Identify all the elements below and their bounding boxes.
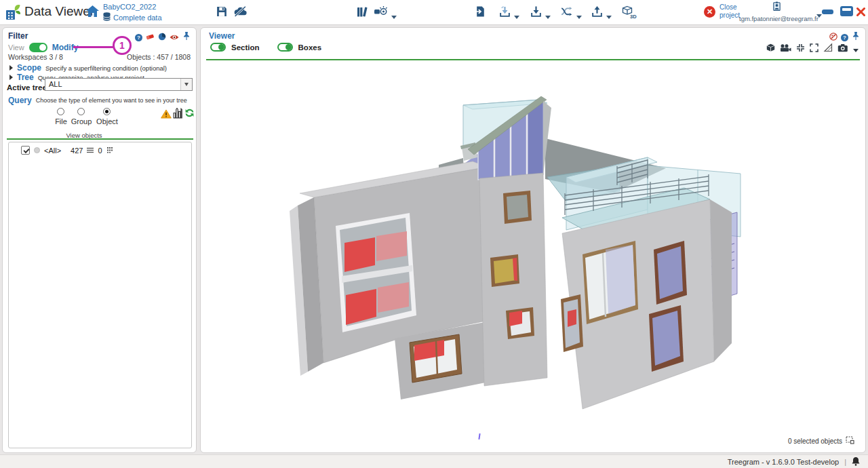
export-tray-icon[interactable] <box>591 5 603 20</box>
status-dot <box>34 147 40 153</box>
chevron-down-icon <box>180 79 192 90</box>
bell-icon[interactable] <box>852 456 860 467</box>
pin-icon[interactable] <box>182 31 191 43</box>
warning-icon <box>161 109 172 121</box>
video-camera-icon[interactable] <box>780 43 791 55</box>
scope-section-label[interactable]: Scope <box>17 63 41 73</box>
project-name[interactable]: BabyCO2_2022 <box>103 3 156 11</box>
building-model[interactable] <box>286 92 751 421</box>
chevron-down-icon[interactable] <box>606 9 612 22</box>
tree-checkbox[interactable] <box>21 146 30 155</box>
chevron-down-icon[interactable] <box>576 9 582 22</box>
close-project-button[interactable]: ✕ Close project <box>704 3 740 20</box>
viewer-panel: Viewer ? Section Boxes <box>200 27 866 453</box>
query-section-label[interactable]: Query <box>8 96 32 105</box>
measure-icon[interactable] <box>823 43 833 55</box>
chevron-down-icon[interactable] <box>545 9 551 22</box>
maximize-button[interactable] <box>840 6 853 16</box>
divider <box>206 59 860 60</box>
eye-icon[interactable] <box>170 31 179 43</box>
view-label: View <box>8 43 24 52</box>
top-toolbar: Data Viewer BabyCO2_2022 Complete data <box>0 0 868 25</box>
database-icon <box>103 12 111 22</box>
chevron-down-icon[interactable] <box>391 9 397 22</box>
home-icon[interactable] <box>85 5 100 20</box>
compress-icon[interactable] <box>796 43 805 55</box>
projector-icon[interactable] <box>374 5 389 20</box>
disable-render-icon[interactable] <box>829 31 837 43</box>
list-icon[interactable] <box>87 147 94 155</box>
objects-count: Objects : 457 / 1808 <box>127 53 191 61</box>
scope-description: Specify a superfiltering condition (opti… <box>45 64 167 72</box>
eraser-icon[interactable] <box>146 31 155 43</box>
expand-icon[interactable] <box>810 43 818 55</box>
screenshot-camera-icon[interactable] <box>837 43 848 55</box>
shuffle-icon[interactable] <box>560 5 573 20</box>
histogram-icon[interactable] <box>172 107 184 121</box>
radio-object[interactable] <box>103 108 111 115</box>
radio-group-label[interactable]: Group <box>71 117 92 125</box>
close-project-icon: ✕ <box>704 6 715 18</box>
radio-file[interactable] <box>57 108 64 115</box>
selected-objects-count: 0 selected objects <box>788 437 842 445</box>
viewport-cursor-mark <box>478 433 480 440</box>
save-icon[interactable] <box>216 5 228 20</box>
annotation-line <box>73 46 114 48</box>
selection-box-icon[interactable] <box>846 436 854 446</box>
cube-view-icon[interactable] <box>766 43 775 55</box>
boxes-toggle[interactable] <box>277 43 293 52</box>
expander-icon[interactable] <box>9 65 13 71</box>
help-icon[interactable]: ? <box>841 34 848 41</box>
app-logo-icon <box>4 3 22 24</box>
user-email: tgm.fpatonnier@treegram.fr <box>739 15 814 22</box>
chevron-down-icon[interactable] <box>816 8 822 20</box>
workspaces-count: Workspaces 3 / 8 <box>8 53 63 61</box>
3d-viewport[interactable]: 0 selected objects <box>205 62 863 448</box>
grid-dots-icon[interactable] <box>106 147 113 155</box>
version-text: Treegram - v 1.6.9.0 Test-develop <box>728 458 839 466</box>
help-icon[interactable]: ? <box>135 34 142 41</box>
tree-item-count: 427 <box>71 147 83 155</box>
object-tree-list: <All> 427 0 <box>8 142 192 448</box>
section-toggle[interactable] <box>210 43 226 52</box>
annotation-circle: 1 <box>113 36 132 55</box>
status-bar: Treegram - v 1.6.9.0 Test-develop | <box>0 454 868 468</box>
tree-item-zero-count: 0 <box>98 147 102 155</box>
divider <box>7 138 193 140</box>
chevron-down-icon[interactable] <box>514 9 519 22</box>
radio-file-label[interactable]: File <box>55 117 67 125</box>
active-tree-select[interactable]: ALL <box>45 78 193 91</box>
active-tree-value: ALL <box>45 79 180 90</box>
refresh-icon[interactable] <box>184 108 195 121</box>
boxes-label: Boxes <box>298 43 322 52</box>
status-divider: | <box>844 458 846 466</box>
cloud-offline-icon[interactable] <box>233 5 248 20</box>
query-description: Choose the type of element you want to s… <box>36 97 187 104</box>
library-icon[interactable] <box>356 5 369 20</box>
app-title: Data Viewer <box>24 4 94 19</box>
import-tray-icon[interactable] <box>499 5 511 20</box>
radio-group[interactable] <box>77 108 85 115</box>
right-block <box>561 188 732 409</box>
viewer-title: Viewer <box>209 31 235 41</box>
filter-title: Filter <box>8 31 28 41</box>
import-file-icon[interactable] <box>475 5 486 20</box>
cube-3d-icon[interactable]: 3D <box>621 5 638 22</box>
project-data-link[interactable]: Complete data <box>103 12 162 22</box>
user-badge-icon <box>772 2 782 14</box>
tree-item-label: <All> <box>44 147 61 155</box>
download-tray-icon[interactable] <box>530 5 542 20</box>
window-close-button[interactable] <box>856 7 866 20</box>
user-account-button[interactable]: tgm.fpatonnier@treegram.fr <box>739 1 814 22</box>
radio-object-label[interactable]: Object <box>96 117 118 125</box>
minimize-button[interactable] <box>822 9 833 14</box>
view-modify-toggle[interactable] <box>29 43 47 52</box>
pie-chart-icon[interactable] <box>158 31 166 43</box>
tree-row[interactable]: <All> 427 0 <box>9 142 191 155</box>
section-label: Section <box>231 43 260 52</box>
active-tree-label: Active tree <box>7 83 47 92</box>
pin-icon[interactable] <box>852 31 860 43</box>
expander-icon[interactable] <box>9 75 13 80</box>
chevron-down-icon[interactable] <box>853 43 859 55</box>
filter-panel: Filter ? View Modify <box>2 27 197 453</box>
